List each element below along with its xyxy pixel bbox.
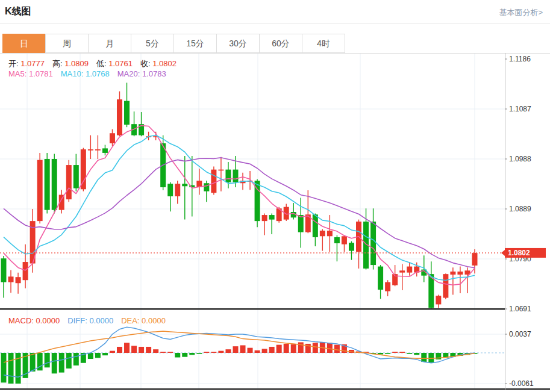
candle-body — [102, 148, 108, 153]
price-axis: 1.11861.10871.09881.08891.07901.06910.00… — [505, 55, 534, 388]
macd-bar — [233, 346, 238, 353]
macd-bar — [30, 353, 36, 372]
macd-bar — [407, 353, 412, 354]
candle-body — [37, 160, 43, 221]
ma10-line — [4, 135, 475, 281]
macd-bar — [189, 353, 195, 355]
candle-body — [298, 215, 304, 232]
candle-body — [450, 272, 455, 275]
macd-bar — [204, 352, 209, 353]
macd-bar — [95, 353, 101, 358]
candle-body — [313, 214, 318, 237]
macd-bar — [196, 353, 202, 354]
candle-body — [182, 184, 187, 186]
macd-bar — [146, 347, 151, 353]
macd-bar — [255, 350, 260, 353]
candle-body — [175, 184, 180, 196]
candle-body — [342, 236, 347, 244]
macd-bar — [110, 351, 115, 353]
macd-bar — [52, 353, 57, 373]
macd-bar — [240, 345, 246, 353]
candle-body — [320, 231, 325, 236]
candle-body — [407, 267, 412, 273]
candle-body — [399, 270, 405, 272]
macd-bar — [182, 353, 187, 357]
macd-bar — [211, 352, 216, 353]
current-price-badge: 1.0802 — [501, 248, 546, 258]
candle-body — [211, 170, 216, 193]
macd-bar — [153, 349, 158, 353]
candle-body — [16, 277, 21, 283]
price-tick-label: 1.0889 — [509, 205, 531, 213]
macd-bar — [8, 353, 14, 384]
macd-bar — [45, 353, 50, 367]
macd-bar — [421, 353, 427, 362]
candle-body — [218, 170, 223, 171]
candle-body — [52, 159, 57, 210]
candle-body — [23, 262, 28, 280]
price-tick-label: 1.0988 — [509, 155, 531, 163]
price-tick-label: 1.1087 — [509, 105, 531, 113]
macd-bar — [59, 353, 64, 373]
macd-bar — [225, 349, 231, 353]
macd-bar — [88, 353, 93, 359]
macd-bar — [284, 344, 289, 353]
candle-body — [443, 274, 448, 297]
candle-body — [73, 165, 79, 188]
chart-bottom-border — [0, 388, 550, 390]
current-price-value: 1.0802 — [508, 249, 530, 257]
candle-body — [110, 133, 115, 143]
candle-body — [233, 170, 238, 182]
gridlines — [0, 53, 505, 388]
candle-body — [117, 99, 122, 135]
candle-body — [378, 267, 383, 290]
candle-body — [472, 253, 478, 266]
candle-body — [370, 222, 376, 265]
candle-body — [124, 101, 130, 125]
candle-body — [225, 170, 231, 182]
macd-bar — [298, 342, 304, 353]
macd-bar — [262, 349, 267, 353]
macd-bar — [102, 353, 108, 355]
candle-body — [45, 159, 50, 210]
macd-bar — [334, 345, 340, 353]
macd-bar — [175, 353, 180, 358]
macd-bar — [428, 353, 434, 362]
price-tick-label: 1.1186 — [509, 55, 531, 63]
candle-body — [327, 231, 333, 236]
candle-body — [95, 149, 101, 151]
chart-area: 1.11861.10871.09881.08891.07901.06910.00… — [0, 0, 550, 392]
macd-histogram — [1, 342, 478, 384]
pane-separator — [0, 308, 505, 310]
candle-body — [8, 276, 14, 282]
macd-bar — [327, 343, 333, 353]
candle-body — [436, 296, 441, 304]
macd-tick-label: -0.0061 — [509, 379, 534, 388]
candle-body — [457, 272, 463, 275]
macd-bar — [117, 347, 122, 353]
macd-bar — [139, 347, 144, 353]
macd-bar — [160, 352, 166, 353]
kline-widget: K线图 基本面分析> 日周月5分15分30分60分4时 1.11861.1087… — [0, 0, 550, 392]
macd-bar — [313, 343, 318, 353]
macd-bar — [1, 353, 7, 382]
candlesticks — [1, 82, 478, 309]
kline-chart-canvas[interactable]: 1.11861.10871.09881.08891.07901.06910.00… — [0, 53, 550, 392]
macd-bar — [131, 346, 137, 353]
candle-body — [262, 215, 267, 221]
candle-body — [204, 183, 209, 191]
macd-bar — [124, 343, 130, 353]
macd-bar — [66, 353, 72, 369]
macd-bar — [73, 353, 79, 366]
candle-body — [81, 149, 86, 189]
macd-tick-label: 0.0037 — [509, 330, 531, 338]
candle-body — [88, 149, 93, 151]
macd-bar — [414, 353, 419, 355]
macd-bar — [291, 344, 296, 353]
macd-bar — [218, 351, 223, 353]
macd-bar — [248, 348, 253, 353]
candle-body — [269, 215, 275, 220]
candle-body — [1, 258, 7, 282]
macd-bar — [167, 352, 173, 353]
candle-body — [334, 237, 340, 243]
